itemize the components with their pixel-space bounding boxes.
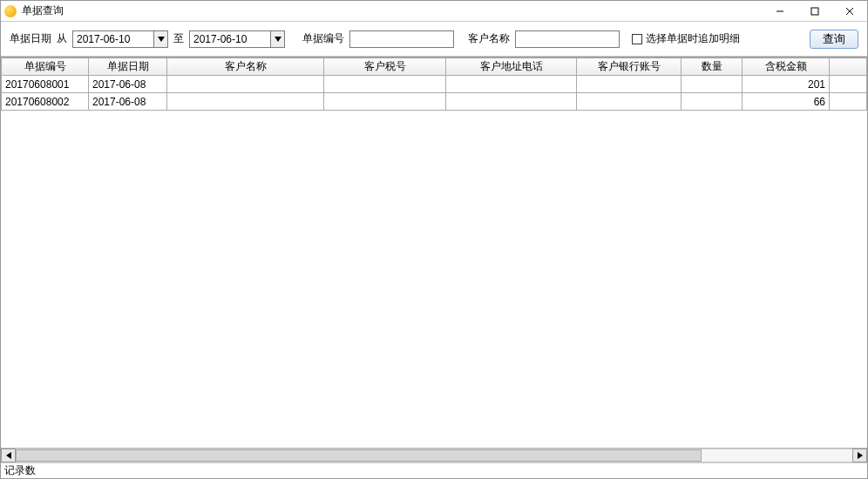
table-cell[interactable] [682,93,743,111]
col-qty[interactable]: 数量 [682,58,743,76]
table-cell[interactable] [682,76,743,93]
col-doc-date[interactable]: 单据日期 [89,58,167,76]
table-cell[interactable]: 2017-06-08 [89,76,167,93]
date-from-value: 2017-06-10 [73,33,153,45]
maximize-button[interactable] [797,1,832,22]
date-to-input[interactable]: 2017-06-10 [189,30,285,48]
horizontal-scrollbar[interactable] [1,448,867,462]
col-addr-tel[interactable]: 客户地址电话 [446,58,577,76]
table-cell[interactable] [446,76,577,93]
date-to-value: 2017-06-10 [190,33,270,45]
scroll-track[interactable] [16,449,852,462]
doc-no-input[interactable] [349,30,454,48]
table-cell[interactable] [830,93,867,111]
table-cell[interactable] [446,93,577,111]
svg-marker-5 [275,37,281,42]
table-cell[interactable] [577,76,682,93]
scroll-left-icon[interactable] [1,449,16,462]
table-cell[interactable] [324,76,446,93]
table-row[interactable]: 201706080012017-06-08201 [2,76,867,93]
filter-bar: 单据日期 从 2017-06-10 至 2017-06-10 单据编号 客户名称… [1,22,867,57]
col-empty [830,58,867,76]
col-amount[interactable]: 含税金额 [743,58,830,76]
chevron-down-icon[interactable] [270,31,284,47]
table-cell[interactable]: 66 [743,93,830,111]
svg-marker-7 [858,452,863,459]
scroll-right-icon[interactable] [852,449,867,462]
app-icon [4,5,17,17]
record-count-label: 记录数 [4,463,36,478]
doc-no-label: 单据编号 [302,31,344,46]
svg-marker-6 [6,452,11,459]
table-cell[interactable] [577,93,682,111]
statusbar: 记录数 [1,462,867,478]
customer-input[interactable] [515,30,620,48]
append-detail-label: 选择单据时追加明细 [646,31,740,46]
query-button[interactable]: 查询 [810,30,858,49]
table-cell[interactable] [324,93,446,111]
titlebar: 单据查询 [1,1,867,22]
table-cell[interactable] [167,93,324,111]
window-title: 单据查询 [22,3,64,18]
table-row[interactable]: 201706080022017-06-0866 [2,93,867,111]
checkbox-icon[interactable] [632,34,642,44]
minimize-button[interactable] [763,1,797,22]
date-from-input[interactable]: 2017-06-10 [72,30,168,48]
customer-label: 客户名称 [468,31,510,46]
scroll-thumb[interactable] [16,449,702,462]
col-tax-no[interactable]: 客户税号 [324,58,446,76]
table-cell[interactable]: 2017-06-08 [89,93,167,111]
append-detail-check[interactable]: 选择单据时追加明细 [632,31,740,46]
close-button[interactable] [832,1,867,22]
to-label: 至 [173,31,184,46]
svg-marker-4 [158,37,165,42]
table-cell[interactable] [830,76,867,93]
table-cell[interactable]: 201 [743,76,830,93]
col-customer[interactable]: 客户名称 [167,58,324,76]
table-cell[interactable] [167,76,324,93]
table-empty-area [1,111,867,448]
from-label: 从 [57,31,67,46]
col-bank[interactable]: 客户银行账号 [577,58,682,76]
col-doc-no[interactable]: 单据编号 [2,58,89,76]
date-label: 单据日期 [10,31,51,46]
table-header-row: 单据编号 单据日期 客户名称 客户税号 客户地址电话 客户银行账号 数量 含税金… [2,58,867,76]
table-cell[interactable]: 20170608002 [2,93,89,111]
svg-rect-1 [811,8,818,15]
table-cell[interactable]: 20170608001 [2,76,89,93]
chevron-down-icon[interactable] [153,31,167,47]
table-area: 单据编号 单据日期 客户名称 客户税号 客户地址电话 客户银行账号 数量 含税金… [1,57,867,462]
results-table: 单据编号 单据日期 客户名称 客户税号 客户地址电话 客户银行账号 数量 含税金… [1,57,867,111]
